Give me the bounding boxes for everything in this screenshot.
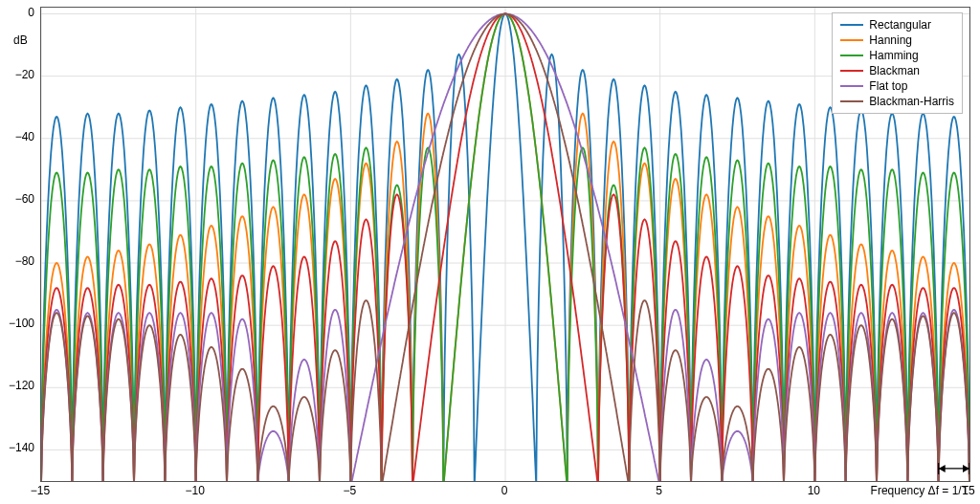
y-tick: −120: [9, 379, 34, 392]
legend-swatch: [840, 70, 863, 72]
legend-label: Hanning: [869, 33, 912, 47]
x-tick: −15: [26, 484, 55, 497]
legend-swatch: [840, 55, 863, 56]
legend-label: Flat top: [869, 79, 907, 93]
legend-item: Blackman-Harris: [840, 94, 954, 109]
y-tick: −100: [9, 317, 34, 330]
legend-label: Hamming: [869, 49, 918, 62]
legend-item: Blackman: [840, 63, 954, 78]
legend-item: Flat top: [840, 78, 954, 94]
y-tick: −20: [15, 68, 34, 81]
legend-swatch: [840, 100, 863, 102]
y-axis-label: dB: [13, 33, 28, 47]
legend-item: Rectangular: [840, 17, 954, 33]
y-tick: −140: [9, 441, 34, 454]
plot-area: [40, 7, 970, 482]
y-tick: 0: [28, 6, 34, 19]
y-tick: −60: [15, 192, 34, 206]
annotation-arrow: [939, 463, 969, 474]
legend-item: Hamming: [840, 48, 954, 63]
x-tick: −5: [335, 484, 364, 497]
legend: RectangularHanningHammingBlackmanFlat to…: [832, 12, 963, 114]
x-tick: 5: [645, 484, 674, 497]
legend-item: Hanning: [840, 33, 954, 48]
legend-label: Blackman-Harris: [869, 95, 954, 108]
x-tick: 10: [799, 484, 828, 497]
legend-swatch: [840, 24, 863, 26]
legend-swatch: [840, 85, 863, 87]
legend-label: Blackman: [869, 64, 920, 77]
legend-swatch: [840, 39, 863, 41]
x-tick: 0: [490, 484, 519, 497]
y-tick: −80: [15, 254, 34, 268]
x-axis-label: Frequency Δf = 1/T: [871, 484, 969, 497]
y-tick: −40: [15, 130, 34, 143]
legend-label: Rectangular: [869, 18, 931, 32]
grid: [41, 8, 969, 481]
x-tick: −10: [181, 484, 210, 497]
